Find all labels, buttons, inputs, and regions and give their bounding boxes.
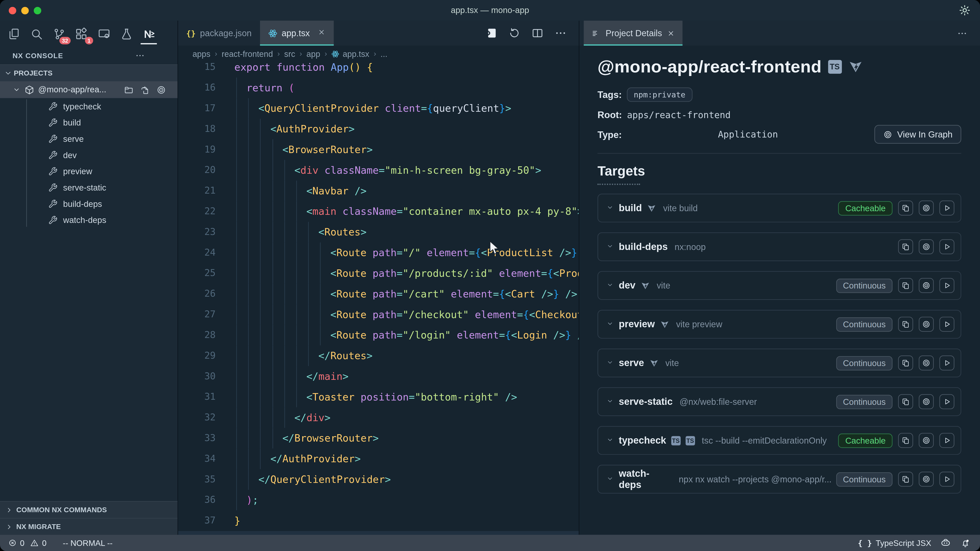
copilot-icon [940,537,951,548]
activity-explorer-button[interactable] [6,24,21,43]
refresh-icon[interactable] [508,27,520,39]
activity-nx-console-button[interactable] [141,24,156,43]
target-name: build-deps [619,241,668,252]
section-common-nx-commands[interactable]: COMMON NX COMMANDS [0,501,178,518]
section-label: COMMON NX COMMANDS [16,506,107,513]
more-actions-icon[interactable] [957,28,967,39]
play-button[interactable] [939,394,955,409]
more-icon[interactable] [554,27,567,39]
activity-badge: 1 [85,37,93,44]
target-button[interactable] [919,200,934,216]
split-editor-icon[interactable] [531,27,544,39]
target-button[interactable] [919,433,934,448]
target-button[interactable] [919,472,934,487]
indent-guide [284,201,285,222]
line-text: ); [246,490,258,510]
expand-chevron[interactable] [606,435,614,446]
target-card-build-deps: build-depsnx:noop [597,232,961,261]
copy-icon [901,397,910,406]
indent-guide [296,201,297,222]
indent-guide [308,242,309,263]
target-actions: Continuous [836,355,955,370]
copilot-icon[interactable] [940,537,951,548]
copy-button[interactable] [898,394,913,409]
target-badge: Cacheable [838,433,892,448]
activity-search-button[interactable] [29,24,44,43]
expand-chevron[interactable] [606,202,614,213]
target-button[interactable] [919,278,934,293]
chevron-down-icon [13,86,21,94]
package-cube-icon [24,85,35,95]
play-button[interactable] [939,355,955,370]
tab-package.json[interactable]: {}package.json [178,21,260,46]
line-text: </QueryClientProvider> [258,469,391,490]
copy-button[interactable] [898,239,913,254]
close-icon[interactable] [667,29,675,37]
play-button[interactable] [939,239,955,254]
play-button[interactable] [939,200,955,216]
breadcrumb-item-src[interactable]: src [284,49,295,59]
copy-button[interactable] [898,433,913,448]
language-selector[interactable]: { } TypeScript JSX [858,538,931,548]
target-button[interactable] [919,394,934,409]
copy-button[interactable] [898,317,913,332]
indent-guide [272,345,273,366]
activity-remote-explorer-button[interactable] [96,24,111,43]
activity-source-control-button[interactable]: 32 [51,24,66,43]
file-refresh-icon[interactable] [140,85,150,95]
play-button[interactable] [939,317,955,332]
line-content: </QueryClientProvider> [234,469,579,490]
activity-testing-button[interactable] [119,24,134,43]
section-nx-migrate[interactable]: NX MIGRATE [0,518,178,535]
indent-guide [260,428,261,449]
play-button[interactable] [939,472,955,487]
indent-guide [308,345,309,366]
target-command: tsc --build --emitDeclarationOnly [702,435,827,445]
open-settings-editor-icon[interactable] [485,27,497,39]
project-row[interactable]: @mono-app/rea... [0,81,178,98]
breadcrumb-item-react-frontend[interactable]: react-frontend [221,49,273,59]
view-in-graph-button[interactable]: View In Graph [874,125,961,144]
target-button[interactable] [919,355,934,370]
tag-badge: npm:private [627,87,692,102]
target-button[interactable] [919,317,934,332]
play-button[interactable] [939,278,955,293]
expand-chevron[interactable] [606,396,614,407]
settings-gear-icon[interactable] [958,4,971,17]
breadcrumb-item-app[interactable]: app [307,49,320,59]
breadcrumb-item-...[interactable]: ... [380,49,387,59]
expand-chevron[interactable] [606,319,614,330]
expand-chevron[interactable] [606,473,614,485]
target-name: watch-deps [619,468,672,490]
panel-tab-bar: Project Details [579,21,980,46]
expand-chevron[interactable] [606,280,614,291]
copy-button[interactable] [898,200,913,216]
tab-app.tsx[interactable]: app.tsx [260,21,334,46]
target-name: dev [619,280,635,291]
copy-button[interactable] [898,278,913,293]
view-in-graph-label: View In Graph [897,129,953,139]
target-button[interactable] [919,239,934,254]
projects-section-header[interactable]: PROJECTS [0,64,178,81]
breadcrumb-item-app.tsx[interactable]: app.tsx [331,49,369,59]
code-line-29: 29</Routes> [178,345,579,366]
line-text: </AuthProvider> [270,448,361,469]
activity-extensions-button[interactable]: 1 [74,24,89,43]
play-button[interactable] [939,433,955,448]
target-icon[interactable] [156,85,166,95]
bell-notification-icon[interactable] [960,537,971,548]
copy-button[interactable] [898,472,913,487]
indent-guide [308,304,309,325]
target-command: vite [665,358,679,368]
problems-indicator[interactable]: 0 0 [0,538,46,548]
indent-guide [260,345,261,366]
breadcrumb-item-apps[interactable]: apps [192,49,210,59]
code-editor[interactable]: 15export function App() {16return (17<Qu… [178,62,579,535]
expand-chevron[interactable] [606,241,614,252]
folder-icon[interactable] [124,85,134,95]
copy-button[interactable] [898,355,913,370]
expand-chevron[interactable] [606,357,614,368]
indent-guide [248,160,249,181]
tab-close-button[interactable] [317,28,325,38]
tab-project-details[interactable]: Project Details [584,21,682,46]
